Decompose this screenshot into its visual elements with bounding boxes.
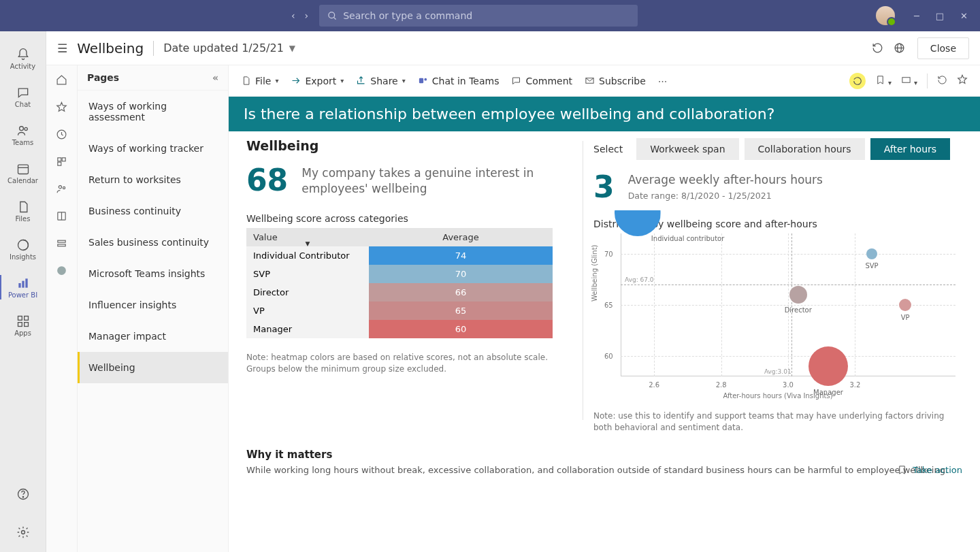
rail-calendar[interactable]: Calendar [0, 154, 46, 192]
star-icon[interactable] [56, 99, 67, 114]
table-row: Director66 [246, 283, 553, 302]
search-input[interactable]: Search or type a command [319, 5, 638, 27]
bubble-point[interactable] [899, 299, 911, 311]
globe-icon[interactable] [889, 37, 911, 59]
subscribe-button[interactable]: Subscribe [585, 76, 646, 86]
close-button[interactable]: Close [917, 37, 969, 59]
maximize-icon[interactable]: □ [936, 11, 944, 21]
view-icon[interactable]: ▾ [901, 75, 917, 87]
share-menu[interactable]: Share▾ [356, 76, 405, 86]
chevron-down-icon[interactable]: ▼ [289, 44, 295, 53]
comment-button[interactable]: Comment [511, 76, 572, 86]
gear-icon [16, 525, 30, 539]
svg-rect-11 [24, 316, 28, 320]
svg-point-30 [57, 266, 66, 275]
tab-collab[interactable]: Collaboration hours [745, 138, 865, 160]
rail-teams[interactable]: Teams [0, 116, 46, 154]
rail-apps[interactable]: Apps [0, 306, 46, 344]
bubble-point[interactable] [866, 248, 877, 259]
close-window-icon[interactable]: ✕ [960, 11, 968, 21]
minimize-icon[interactable]: ─ [914, 11, 919, 21]
rail-settings[interactable] [0, 514, 46, 552]
rail-powerbi[interactable]: Power BI [0, 268, 46, 306]
avatar[interactable] [876, 6, 895, 25]
svg-point-2 [19, 126, 23, 130]
date-range: Date range: 8/1/2020 - 1/25/2021 [628, 191, 823, 201]
svg-rect-31 [419, 78, 423, 84]
sidebar-icon-strip [46, 65, 78, 552]
window-controls: ─ □ ✕ [914, 11, 968, 21]
sidebar-page-item[interactable]: Business continuity [78, 195, 228, 227]
recent-icon[interactable] [56, 127, 67, 142]
collapse-icon[interactable]: « [212, 72, 218, 83]
learn-icon[interactable] [56, 208, 67, 223]
file-menu[interactable]: File▾ [241, 76, 278, 86]
row-label: SVP [246, 265, 369, 283]
sidebar-page-item[interactable]: Sales business continuity [78, 227, 228, 258]
people-icon [16, 124, 30, 137]
table-title: Wellbeing score across categories [246, 213, 573, 224]
sidebar-page-item[interactable]: Wellbeing [78, 352, 228, 383]
after-hours-metric: 3 [593, 172, 615, 202]
svg-rect-34 [902, 77, 910, 82]
hamburger-icon[interactable]: ☰ [57, 42, 67, 55]
sidebar-page-item[interactable]: Manager impact [78, 321, 228, 352]
bubble-point[interactable] [789, 286, 807, 304]
y-axis-label: Wellbeing (Glint) [591, 244, 598, 302]
sidebar-page-item[interactable]: Microsoft Teams insights [78, 258, 228, 289]
col-average[interactable]: Average [369, 228, 553, 246]
favorite-icon[interactable] [957, 74, 968, 87]
tab-workweek[interactable]: Workweek span [636, 138, 738, 160]
app-icon[interactable] [56, 154, 67, 169]
take-action-button[interactable]: Take action [897, 465, 962, 475]
rail-label: Files [16, 215, 31, 223]
rail-chat[interactable]: Chat [0, 78, 46, 116]
right-column: Select Workweek span Collaboration hours… [593, 138, 962, 434]
rail-insights[interactable]: Insights [0, 230, 46, 268]
shared-icon[interactable] [56, 181, 67, 196]
table-row: Individual Contributor74 [246, 246, 553, 265]
row-label: Director [246, 283, 369, 302]
powerbi-icon [16, 276, 30, 290]
rail-help[interactable] [0, 476, 46, 514]
svg-rect-22 [62, 157, 65, 161]
export-label: Export [305, 76, 336, 86]
svg-point-25 [63, 186, 65, 189]
bell-icon [16, 48, 30, 61]
bookmark-icon[interactable]: ▾ [875, 75, 892, 87]
col-value[interactable]: Value▼ [246, 228, 369, 246]
row-label: Manager [246, 320, 369, 338]
reset-icon[interactable] [849, 73, 866, 89]
export-icon [291, 76, 301, 86]
teams-icon [418, 76, 428, 86]
svg-point-15 [22, 497, 23, 498]
sidebar-page-item[interactable]: Ways of working tracker [78, 133, 228, 164]
forward-icon[interactable]: › [302, 9, 312, 22]
back-icon[interactable]: ‹ [289, 9, 298, 22]
bubble-label: Manager [813, 389, 843, 396]
refresh2-icon[interactable] [937, 75, 947, 87]
rail-label: Power BI [8, 291, 37, 299]
more-icon[interactable]: ⋯ [658, 76, 668, 86]
tab-afterhours[interactable]: After hours [870, 138, 950, 160]
svg-line-1 [334, 17, 336, 19]
chat-icon [16, 86, 30, 99]
chat-teams-button[interactable]: Chat in Teams [418, 76, 500, 86]
rail-activity[interactable]: Activity [0, 39, 46, 78]
home-icon[interactable] [56, 72, 67, 87]
person-icon[interactable] [56, 263, 67, 278]
page-subtitle: Date updated 1/25/21 [163, 42, 284, 54]
bubble-point[interactable] [808, 346, 848, 386]
refresh-icon[interactable] [867, 37, 889, 59]
svg-rect-13 [24, 322, 28, 326]
sidebar-page-item[interactable]: Influencer insights [78, 289, 228, 321]
sidebar-page-item[interactable]: Return to worksites [78, 164, 228, 195]
row-value: 65 [369, 302, 553, 320]
search-icon [327, 11, 338, 21]
rail-label: Teams [12, 139, 34, 146]
rail-files[interactable]: Files [0, 192, 46, 230]
export-menu[interactable]: Export▾ [291, 76, 344, 86]
after-hours-text: Average weekly after-hours hours [628, 172, 823, 188]
workspace-icon[interactable] [56, 236, 67, 250]
sidebar-page-item[interactable]: Ways of working assessment [78, 91, 228, 133]
